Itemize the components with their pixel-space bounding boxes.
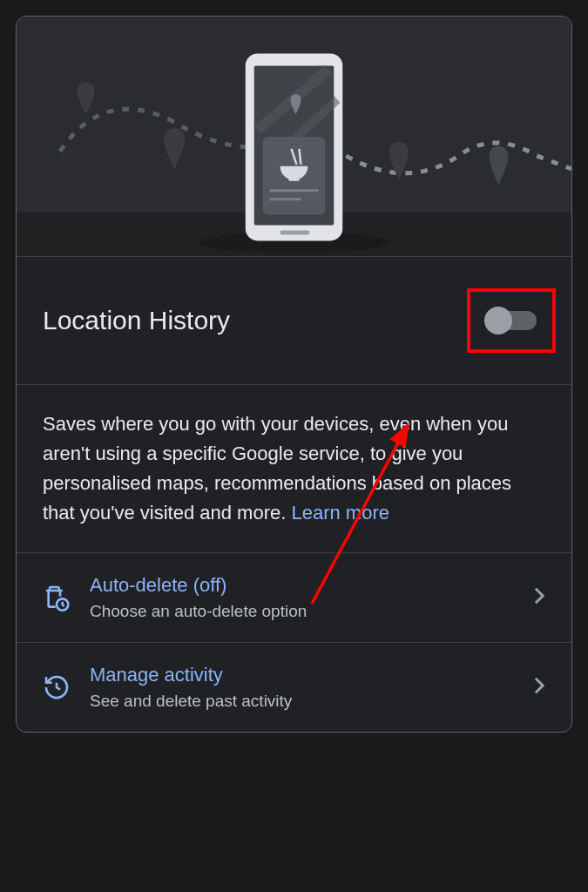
manage-activity-title: Manage activity	[90, 664, 514, 686]
description-text: Saves where you go with your devices, ev…	[43, 409, 545, 528]
learn-more-link[interactable]: Learn more	[291, 502, 389, 524]
location-history-card: Location History Saves where you go with…	[16, 16, 572, 733]
auto-delete-option[interactable]: Auto-delete (off) Choose an auto-delete …	[17, 552, 571, 642]
manage-activity-text: Manage activity See and delete past acti…	[90, 664, 514, 711]
auto-delete-title: Auto-delete (off)	[90, 574, 514, 597]
title-row: Location History	[17, 256, 571, 384]
chevron-right-icon	[533, 585, 545, 612]
manage-activity-option[interactable]: Manage activity See and delete past acti…	[17, 642, 571, 732]
description-body: Saves where you go with your devices, ev…	[43, 413, 511, 524]
toggle-highlight-box	[467, 288, 556, 353]
auto-delete-text: Auto-delete (off) Choose an auto-delete …	[90, 574, 514, 621]
hero-illustration	[17, 17, 571, 256]
manage-activity-subtitle: See and delete past activity	[90, 692, 514, 711]
phone-map-illustration-icon	[17, 17, 571, 256]
description-section: Saves where you go with your devices, ev…	[17, 384, 571, 552]
svg-rect-3	[280, 230, 310, 234]
svg-rect-7	[289, 178, 300, 181]
manage-activity-icon	[43, 673, 71, 701]
location-history-toggle[interactable]	[486, 311, 537, 330]
auto-delete-subtitle: Choose an auto-delete option	[90, 602, 514, 621]
auto-delete-icon	[43, 584, 71, 612]
chevron-right-icon	[533, 674, 545, 701]
page-title: Location History	[43, 306, 230, 335]
